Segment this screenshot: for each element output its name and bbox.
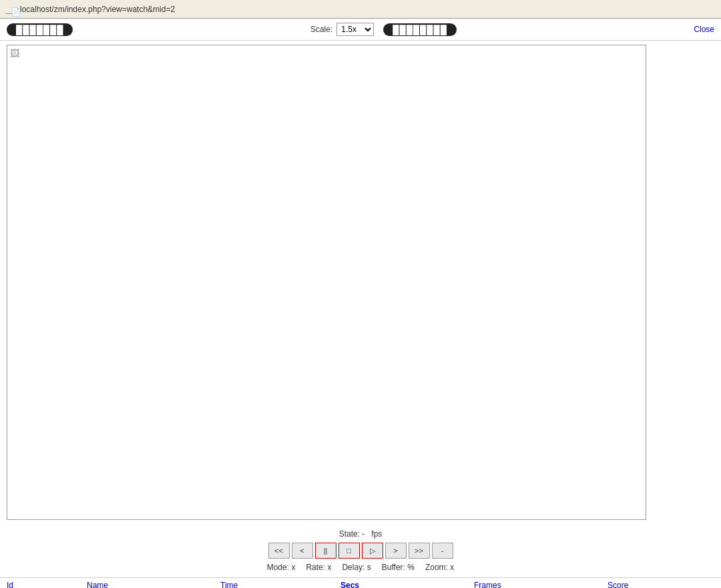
browser-bar: 📄 localhost/zm/index.php?view=watch&mid=…	[0, 0, 721, 19]
page-wrapper: ███████ Scale: 1.5x 0.5x 0.75x 1x 1.25x …	[0, 19, 721, 588]
rewind-button[interactable]: <	[292, 543, 313, 559]
col-id[interactable]: Id	[7, 581, 87, 588]
monitor-name-2: ████████	[383, 23, 457, 36]
table-header: Id Name Time Secs Frames Score	[0, 577, 721, 588]
col-secs[interactable]: Secs	[340, 581, 474, 588]
top-bar-right: Close	[694, 25, 714, 34]
page-icon: 📄	[5, 5, 16, 14]
top-bar-left: ███████	[7, 23, 73, 36]
state-label: State:	[339, 529, 360, 539]
state-value: -	[362, 529, 365, 539]
state-line: State: - fps	[339, 529, 383, 539]
col-time[interactable]: Time	[220, 581, 340, 588]
broken-image-icon	[10, 48, 22, 60]
buffer-label: Buffer: %	[382, 563, 415, 572]
stop-button[interactable]: □	[338, 543, 360, 559]
play-button[interactable]: ▷	[362, 543, 383, 559]
controls-area: State: - fps << < || □ ▷ > >> - Mode: x …	[0, 524, 721, 575]
top-bar: ███████ Scale: 1.5x 0.5x 0.75x 1x 1.25x …	[0, 19, 721, 41]
top-bar-center: Scale: 1.5x 0.5x 0.75x 1x 1.25x 2x █████…	[310, 23, 457, 36]
col-score[interactable]: Score	[608, 581, 714, 588]
col-frames[interactable]: Frames	[474, 581, 608, 588]
zoom-label: Zoom: x	[425, 563, 454, 572]
monitor-name-badge: ███████	[7, 23, 73, 36]
forward-button[interactable]: >	[385, 543, 407, 559]
mode-label: Mode: x	[267, 563, 296, 572]
video-area	[7, 45, 646, 520]
col-name[interactable]: Name	[87, 581, 220, 588]
fps-label: fps	[371, 529, 382, 539]
rewind-fast-button[interactable]: <<	[268, 543, 290, 559]
scale-select[interactable]: 1.5x 0.5x 0.75x 1x 1.25x 2x	[336, 23, 374, 36]
scale-label: Scale:	[310, 25, 332, 34]
minus-button[interactable]: -	[432, 543, 453, 559]
mode-line: Mode: x Rate: x Delay: s Buffer: % Zoom:…	[267, 563, 455, 572]
browser-url: localhost/zm/index.php?view=watch&mid=2	[20, 5, 175, 14]
playback-buttons: << < || □ ▷ > >> -	[268, 543, 453, 559]
forward-fast-button[interactable]: >>	[409, 543, 430, 559]
pause-button[interactable]: ||	[315, 543, 336, 559]
close-button[interactable]: Close	[694, 25, 714, 34]
delay-label: Delay: s	[342, 563, 371, 572]
rate-label: Rate: x	[306, 563, 331, 572]
